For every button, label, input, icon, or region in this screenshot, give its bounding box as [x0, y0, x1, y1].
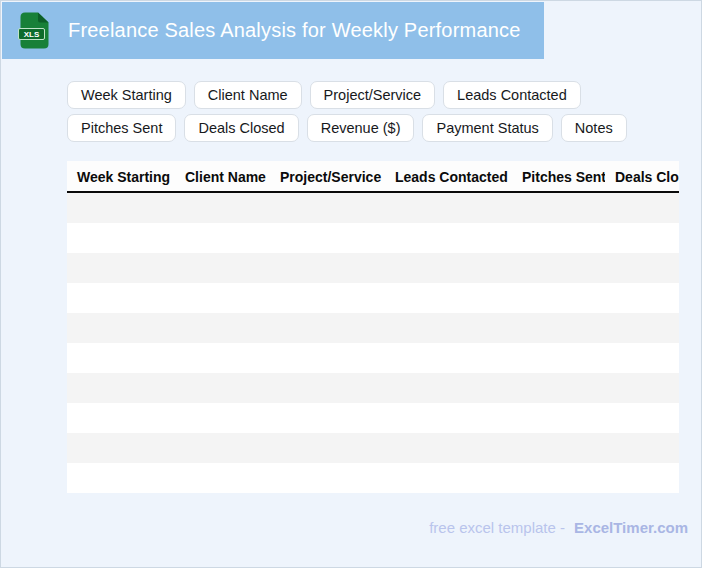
table-row	[67, 343, 679, 373]
table-cell-empty	[512, 463, 605, 493]
table-cell-empty	[175, 223, 270, 253]
table-cell-empty	[385, 433, 512, 463]
table-header-cell: Deals Closed	[605, 161, 679, 192]
table-cell-empty	[512, 253, 605, 283]
preview-table: Week StartingClient NameProject/ServiceL…	[67, 161, 679, 493]
table-cell-empty	[512, 433, 605, 463]
footer-brand-link[interactable]: ExcelTimer.com	[574, 519, 688, 536]
table-cell-empty	[67, 343, 175, 373]
table-cell-empty	[175, 253, 270, 283]
table-cell-empty	[385, 253, 512, 283]
template-preview-page: XLS Freelance Sales Analysis for Weekly …	[0, 0, 702, 568]
table-header-cell: Leads Contacted	[385, 161, 512, 192]
table-cell-empty	[270, 373, 385, 403]
table-cell-empty	[605, 433, 679, 463]
page-title: Freelance Sales Analysis for Weekly Perf…	[68, 19, 521, 42]
table-cell-empty	[385, 223, 512, 253]
table-cell-empty	[67, 403, 175, 433]
header-banner: XLS Freelance Sales Analysis for Weekly …	[2, 2, 544, 59]
column-chip[interactable]: Payment Status	[422, 114, 552, 142]
table-cell-empty	[270, 403, 385, 433]
table-cell-empty	[512, 403, 605, 433]
table-cell-empty	[175, 403, 270, 433]
table-header-cell: Client Name	[175, 161, 270, 192]
table-header-cell: Pitches Sent	[512, 161, 605, 192]
table-cell-empty	[175, 343, 270, 373]
table-cell-empty	[512, 373, 605, 403]
table-row	[67, 433, 679, 463]
table-cell-empty	[67, 313, 175, 343]
table-cell-empty	[512, 223, 605, 253]
table-row	[67, 223, 679, 253]
table-cell-empty	[385, 313, 512, 343]
column-chip[interactable]: Leads Contacted	[443, 81, 581, 109]
table-row	[67, 403, 679, 433]
table-row	[67, 253, 679, 283]
table-cell-empty	[385, 403, 512, 433]
table-cell-empty	[385, 192, 512, 223]
table-row	[67, 192, 679, 223]
column-chip[interactable]: Pitches Sent	[67, 114, 176, 142]
table-cell-empty	[605, 192, 679, 223]
table-row	[67, 463, 679, 493]
table-cell-empty	[175, 433, 270, 463]
column-chip[interactable]: Revenue ($)	[307, 114, 415, 142]
table-cell-empty	[175, 373, 270, 403]
table-row	[67, 373, 679, 403]
table-cell-empty	[605, 343, 679, 373]
table-cell-empty	[175, 192, 270, 223]
svg-text:XLS: XLS	[24, 30, 40, 39]
table-cell-empty	[605, 463, 679, 493]
table-cell-empty	[270, 463, 385, 493]
column-chip[interactable]: Week Starting	[67, 81, 186, 109]
table-header-row: Week StartingClient NameProject/ServiceL…	[67, 161, 679, 192]
table-cell-empty	[512, 343, 605, 373]
table-cell-empty	[385, 373, 512, 403]
table-cell-empty	[270, 343, 385, 373]
table-cell-empty	[175, 313, 270, 343]
footer-text: free excel template -	[429, 519, 565, 536]
table-cell-empty	[67, 192, 175, 223]
footer: free excel template -ExcelTimer.com	[429, 519, 688, 536]
table-cell-empty	[270, 223, 385, 253]
table-row	[67, 283, 679, 313]
column-chip[interactable]: Project/Service	[310, 81, 436, 109]
table-cell-empty	[605, 313, 679, 343]
table-cell-empty	[512, 192, 605, 223]
table-cell-empty	[67, 463, 175, 493]
xls-file-icon: XLS	[18, 12, 50, 49]
preview-table-container: Week StartingClient NameProject/ServiceL…	[67, 161, 679, 493]
table-header-cell: Project/Service	[270, 161, 385, 192]
column-chip-list: Week StartingClient NameProject/ServiceL…	[67, 81, 683, 142]
table-cell-empty	[67, 253, 175, 283]
table-cell-empty	[67, 223, 175, 253]
table-cell-empty	[512, 313, 605, 343]
column-chip[interactable]: Deals Closed	[184, 114, 298, 142]
table-cell-empty	[605, 223, 679, 253]
table-cell-empty	[605, 283, 679, 313]
table-cell-empty	[605, 403, 679, 433]
table-cell-empty	[270, 192, 385, 223]
column-chip[interactable]: Notes	[561, 114, 627, 142]
table-cell-empty	[385, 283, 512, 313]
table-cell-empty	[605, 373, 679, 403]
table-row	[67, 313, 679, 343]
table-cell-empty	[270, 253, 385, 283]
table-cell-empty	[270, 433, 385, 463]
table-cell-empty	[270, 283, 385, 313]
table-header-cell: Week Starting	[67, 161, 175, 192]
table-cell-empty	[512, 283, 605, 313]
table-cell-empty	[385, 463, 512, 493]
column-chip[interactable]: Client Name	[194, 81, 302, 109]
table-cell-empty	[67, 433, 175, 463]
table-cell-empty	[67, 373, 175, 403]
table-cell-empty	[270, 313, 385, 343]
table-cell-empty	[175, 463, 270, 493]
table-cell-empty	[175, 283, 270, 313]
table-cell-empty	[385, 343, 512, 373]
table-cell-empty	[605, 253, 679, 283]
table-cell-empty	[67, 283, 175, 313]
